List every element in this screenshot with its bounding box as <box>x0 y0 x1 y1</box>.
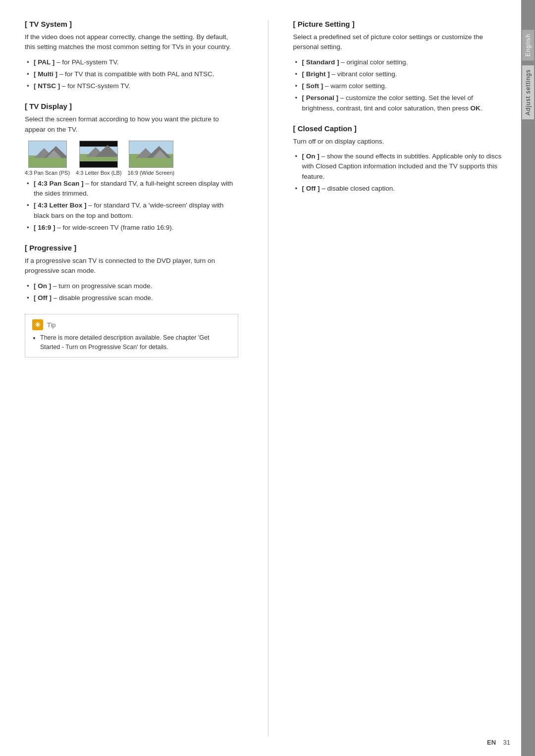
tv-display-list: [ 4:3 Pan Scan ] – for standard TV, a fu… <box>25 179 238 233</box>
list-item: [ NTSC ] – for NTSC-system TV. <box>25 81 238 91</box>
page-number: EN 31 <box>487 739 510 746</box>
ws-landscape <box>129 141 173 167</box>
letterbox-bar-bottom <box>80 161 117 167</box>
side-tab-adjust: Adjust settings <box>522 65 534 119</box>
side-tabs: English Adjust settings <box>521 0 535 756</box>
keyword: [ Off ] <box>302 185 320 192</box>
tv-preview-ws <box>129 141 173 168</box>
picture-setting-section: [ Picture Setting ] Select a predefined … <box>293 20 507 113</box>
closed-caption-section: [ Closed Caption ] Turn off or on displa… <box>293 124 507 194</box>
tv-label-lb: 4:3 Letter Box (LB) <box>76 170 121 176</box>
picture-setting-body: Select a predefined set of picture color… <box>293 32 507 52</box>
tv-display-body: Select the screen format according to ho… <box>25 114 238 135</box>
tip-box: ✳ Tip There is more detailed description… <box>25 314 238 357</box>
list-item: [ 4:3 Pan Scan ] – for standard TV, a fu… <box>25 179 238 199</box>
mountain3-icon <box>47 150 61 158</box>
progressive-section: [ Progressive ] If a progressive scan TV… <box>25 244 238 303</box>
page-num: 31 <box>503 739 510 746</box>
keyword: [ 16:9 ] <box>34 224 55 231</box>
closed-caption-list: [ On ] – show the sound effects in subti… <box>293 151 507 194</box>
keyword: [ Soft ] <box>302 82 323 90</box>
mountain3-icon <box>153 150 167 158</box>
list-item: [ Multi ] – for TV that is compatible wi… <box>25 69 238 79</box>
tv-system-list: [ PAL ] – for PAL-system TV. [ Multi ] –… <box>25 57 238 92</box>
tv-system-title: [ TV System ] <box>25 20 238 28</box>
progressive-list: [ On ] – turn on progressive scan mode. … <box>25 281 238 303</box>
tv-system-section: [ TV System ] If the video does not appe… <box>25 20 238 91</box>
right-column: [ Picture Setting ] Select a predefined … <box>288 20 507 736</box>
column-divider <box>268 20 268 736</box>
tv-image-lb: 4:3 Letter Box (LB) <box>76 141 121 176</box>
list-item: [ Off ] – disable closed caption. <box>293 184 507 194</box>
keyword: [ Personal ] <box>302 94 339 101</box>
progressive-body: If a progressive scan TV is connected to… <box>25 256 238 276</box>
tv-label-ws: 16:9 (Wide Screen) <box>127 170 174 176</box>
tip-list-item: There is more detailed description avail… <box>40 333 231 352</box>
en-label: EN <box>487 739 496 746</box>
closed-caption-body: Turn off or on display captions. <box>293 137 507 147</box>
mountain2-icon <box>95 145 118 157</box>
list-item: [ Off ] – disable progressive scan mode. <box>25 293 238 303</box>
keyword: [ On ] <box>302 152 320 160</box>
tv-system-body: If the video does not appear correctly, … <box>25 32 238 52</box>
list-item: [ PAL ] – for PAL-system TV. <box>25 57 238 67</box>
lb-landscape <box>80 147 117 161</box>
picture-setting-list: [ Standard ] – original color setting. [… <box>293 57 507 113</box>
tip-header: ✳ Tip <box>32 319 231 330</box>
list-item: [ On ] – turn on progressive scan mode. <box>25 281 238 291</box>
page-wrapper: [ TV System ] If the video does not appe… <box>0 0 535 756</box>
keyword: [ Multi ] <box>34 70 57 78</box>
list-item: [ On ] – show the sound effects in subti… <box>293 151 507 182</box>
tip-list: There is more detailed description avail… <box>32 333 231 352</box>
keyword: [ NTSC ] <box>34 82 60 90</box>
keyword: [ PAL ] <box>34 58 54 66</box>
progressive-title: [ Progressive ] <box>25 244 238 252</box>
tv-label-ps: 4:3 Pan Scan (PS) <box>25 170 70 176</box>
list-item: [ Personal ] – customize the color setti… <box>293 93 507 113</box>
tv-image-ps: 4:3 Pan Scan (PS) <box>25 141 70 176</box>
side-tab-english: English <box>522 30 534 60</box>
tv-landscape-ps <box>29 141 66 167</box>
picture-setting-title: [ Picture Setting ] <box>293 20 507 28</box>
keyword: [ 4:3 Pan Scan ] <box>34 180 84 187</box>
keyword: [ On ] <box>34 282 51 290</box>
tv-preview-lb <box>79 141 118 168</box>
closed-caption-title: [ Closed Caption ] <box>293 124 507 133</box>
keyword: [ 4:3 Letter Box ] <box>34 202 87 209</box>
left-column: [ TV System ] If the video does not appe… <box>25 20 248 736</box>
tv-display-section: [ TV Display ] Select the screen format … <box>25 102 238 233</box>
tip-icon: ✳ <box>32 319 43 330</box>
tip-label: Tip <box>47 321 56 329</box>
tv-display-images: 4:3 Pan Scan (PS) <box>25 141 238 176</box>
list-item: [ Bright ] – vibrant color setting. <box>293 69 507 79</box>
tv-preview-ps <box>28 141 67 168</box>
keyword: [ Standard ] <box>302 58 339 66</box>
keyword: [ Off ] <box>34 294 52 302</box>
tv-image-ws: 16:9 (Wide Screen) <box>127 141 174 176</box>
main-content: [ TV System ] If the video does not appe… <box>0 0 521 756</box>
tip-content: There is more detailed description avail… <box>32 333 231 352</box>
keyword: [ Bright ] <box>302 70 330 78</box>
tv-display-title: [ TV Display ] <box>25 102 238 110</box>
list-item: [ 16:9 ] – for wide-screen TV (frame rat… <box>25 223 238 233</box>
list-item: [ 4:3 Letter Box ] – for standard TV, a … <box>25 201 238 221</box>
list-item: [ Soft ] – warm color setting. <box>293 81 507 91</box>
list-item: [ Standard ] – original color setting. <box>293 57 507 67</box>
